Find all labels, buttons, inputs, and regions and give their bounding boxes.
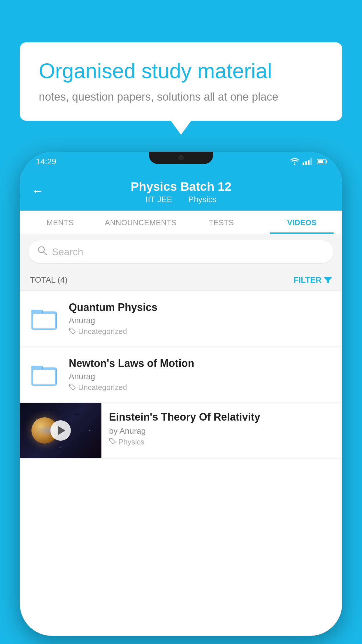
svg-point-7 — [71, 329, 71, 330]
video-author: Anurag — [69, 372, 333, 381]
tag-icon — [69, 384, 76, 392]
tag-text: Uncategorized — [78, 327, 127, 336]
tab-tests[interactable]: TESTS — [181, 211, 262, 234]
video-tag: Physics — [109, 438, 336, 447]
battery-icon — [317, 159, 326, 164]
header-subtitle-physics: Physics — [188, 195, 216, 204]
camera-dot — [178, 155, 184, 160]
wifi-icon — [290, 158, 299, 165]
filter-icon — [324, 276, 332, 284]
svg-line-2 — [43, 252, 46, 255]
status-bar: 14:29 — [20, 152, 342, 172]
search-icon — [37, 246, 47, 258]
total-count: TOTAL (4) — [30, 275, 68, 285]
svg-point-0 — [294, 164, 296, 165]
speech-bubble-container: Organised study material notes, question… — [20, 42, 342, 121]
svg-rect-6 — [33, 314, 55, 329]
folder-icon — [31, 307, 58, 330]
app-header: ← Physics Batch 12 IIT JEE Physics — [20, 172, 342, 211]
filter-label: FILTER — [294, 275, 321, 285]
svg-point-12 — [111, 440, 112, 440]
list-item[interactable]: Quantum Physics Anurag Uncategorized — [20, 291, 342, 347]
filter-button[interactable]: FILTER — [294, 275, 332, 285]
video-info-quantum: Quantum Physics Anurag Uncategorized — [69, 301, 333, 336]
tab-announcements[interactable]: ANNOUNCEMENTS — [101, 211, 181, 234]
back-button[interactable]: ← — [31, 184, 44, 198]
tag-icon — [109, 438, 116, 446]
status-icons — [290, 158, 326, 165]
tag-text: Physics — [118, 438, 145, 447]
video-author: by Anurag — [109, 426, 336, 436]
phone-frame: 14:29 — [20, 152, 342, 636]
play-triangle — [58, 426, 65, 435]
tag-icon — [69, 328, 76, 336]
video-author: Anurag — [69, 316, 333, 325]
video-title: Quantum Physics — [69, 301, 333, 314]
bubble-subtitle: notes, question papers, solutions all at… — [39, 91, 323, 103]
video-info-einstein: Einstein's Theory Of Relativity by Anura… — [101, 403, 342, 452]
video-title: Newton's Laws of Motion — [69, 357, 333, 370]
search-bar-container: Search — [20, 234, 342, 270]
phone-screen: ← Physics Batch 12 IIT JEE Physics MENTS… — [20, 172, 342, 636]
bubble-title: Organised study material — [39, 58, 323, 83]
tabs-bar: MENTS ANNOUNCEMENTS TESTS VIDEOS — [20, 211, 342, 234]
header-title: Physics Batch 12 — [131, 180, 231, 194]
play-button[interactable] — [50, 420, 71, 441]
folder-thumb-quantum — [29, 303, 61, 335]
speech-bubble: Organised study material notes, question… — [20, 42, 342, 121]
tag-text: Uncategorized — [78, 383, 127, 392]
video-info-newton: Newton's Laws of Motion Anurag Uncategor… — [69, 357, 333, 392]
svg-point-11 — [71, 385, 71, 386]
list-item[interactable]: Einstein's Theory Of Relativity by Anura… — [20, 403, 342, 459]
folder-icon — [31, 363, 58, 386]
phone-notch — [149, 152, 213, 164]
video-tag: Uncategorized — [69, 383, 333, 392]
svg-marker-3 — [324, 277, 332, 284]
tab-ments[interactable]: MENTS — [20, 211, 101, 234]
search-placeholder: Search — [52, 246, 83, 258]
folder-thumb-newton — [29, 359, 61, 391]
list-item[interactable]: Newton's Laws of Motion Anurag Uncategor… — [20, 347, 342, 403]
video-list: Quantum Physics Anurag Uncategorized — [20, 291, 342, 459]
filter-bar: TOTAL (4) FILTER — [20, 270, 342, 291]
status-time: 14:29 — [36, 157, 56, 166]
tab-videos[interactable]: VIDEOS — [262, 211, 342, 234]
video-tag: Uncategorized — [69, 327, 333, 336]
video-thumbnail-einstein — [20, 403, 101, 458]
search-bar[interactable]: Search — [29, 240, 333, 263]
video-title: Einstein's Theory Of Relativity — [109, 410, 336, 424]
svg-rect-10 — [33, 370, 55, 385]
signal-bars — [303, 158, 312, 165]
header-subtitle: IIT JEE Physics — [142, 195, 220, 204]
header-subtitle-iit: IIT JEE — [146, 195, 172, 204]
